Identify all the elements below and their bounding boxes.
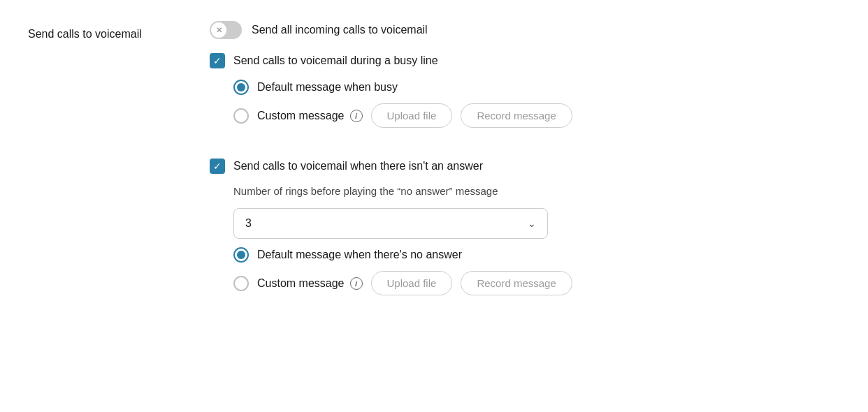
busy-line-checkbox[interactable]: ✓ [210,53,225,68]
section-gap-1 [210,139,840,145]
send-all-label: Send all incoming calls to voicemail [252,24,428,36]
send-all-toggle-row: ✕ Send all incoming calls to voicemail [210,21,840,39]
chevron-down-icon: ⌄ [528,218,536,229]
rings-dropdown-container: 3 ⌄ [233,208,548,239]
no-answer-default-label: Default message when there's no answer [257,249,462,261]
busy-upload-file-btn[interactable]: Upload file [371,103,453,128]
no-answer-checkbox[interactable]: ✓ [210,159,225,174]
busy-line-row: ✓ Send calls to voicemail during a busy … [210,53,840,68]
busy-custom-radio-row: Custom message i Upload file Record mess… [233,103,840,128]
busy-custom-label: Custom message i [257,110,363,122]
busy-custom-radio[interactable] [233,108,249,124]
no-answer-label: Send calls to voicemail when there isn't… [233,160,483,172]
busy-line-options: Default message when busy Custom message… [210,80,840,128]
busy-custom-text: Custom message [257,110,345,122]
busy-line-check-icon: ✓ [213,56,222,66]
no-answer-custom-info-icon[interactable]: i [350,277,363,290]
page-container: Send calls to voicemail ✕ Send all incom… [28,21,840,295]
busy-default-radio-row: Default message when busy [233,80,840,95]
no-answer-custom-text: Custom message [257,277,345,290]
busy-line-label: Send calls to voicemail during a busy li… [233,54,438,67]
no-answer-custom-btn-row: Upload file Record message [371,271,572,295]
settings-content: ✕ Send all incoming calls to voicemail ✓… [210,21,840,295]
no-answer-custom-radio-row: Custom message i Upload file Record mess… [233,271,840,295]
no-answer-options: Number of rings before playing the “no a… [210,185,840,295]
no-answer-custom-label: Custom message i [257,277,363,290]
section-label: Send calls to voicemail [28,21,182,295]
rings-dropdown[interactable]: 3 ⌄ [233,208,548,239]
no-answer-upload-file-btn[interactable]: Upload file [371,271,453,295]
busy-default-radio-inner [237,83,245,91]
busy-default-radio[interactable] [233,80,249,95]
no-answer-default-radio-row: Default message when there's no answer [233,247,840,263]
rings-value: 3 [245,217,252,230]
no-answer-default-radio[interactable] [233,247,249,263]
rings-label: Number of rings before playing the “no a… [233,185,840,197]
busy-custom-info-icon[interactable]: i [350,110,363,122]
toggle-knob: ✕ [211,22,226,38]
no-answer-row: ✓ Send calls to voicemail when there isn… [210,159,840,174]
send-all-toggle[interactable]: ✕ [210,21,242,39]
no-answer-custom-radio[interactable] [233,276,249,291]
no-answer-record-message-btn[interactable]: Record message [461,271,572,295]
toggle-x-icon: ✕ [216,26,222,35]
no-answer-check-icon: ✓ [213,161,222,171]
busy-custom-btn-row: Upload file Record message [371,103,572,128]
busy-default-label: Default message when busy [257,81,398,94]
busy-record-message-btn[interactable]: Record message [461,103,572,128]
no-answer-default-radio-inner [237,251,245,259]
